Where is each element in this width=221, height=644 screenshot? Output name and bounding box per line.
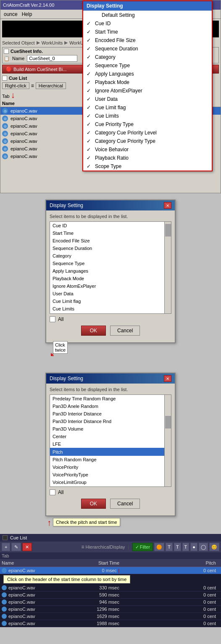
cue-list-checkbox[interactable] [2, 76, 7, 81]
all-label1: All [58, 316, 63, 322]
dropdown-item-0[interactable]: ✓ Cue ID [83, 19, 212, 28]
dialog2-ok-button[interactable]: OK [81, 499, 106, 509]
final-cue-list-checkbox[interactable] [3, 535, 8, 540]
final-cue-row-4[interactable]: epianoC.wav 1296 msec 0 cent [0, 606, 221, 613]
toolbar-icon-6[interactable]: ◯ [199, 543, 208, 551]
dialog2-scrollbar[interactable] [164, 395, 171, 486]
final-cue-row-3[interactable]: epianoC.wav 946 msec 0 cent [0, 599, 221, 606]
toolbar-btn-add[interactable]: + [2, 543, 10, 551]
dialog1-ok-button[interactable]: OK [81, 326, 106, 336]
toolbar-icon-5[interactable]: ● [190, 543, 197, 551]
dialog1-item-5[interactable]: Sequence Type [50, 260, 171, 267]
col-header-starttime[interactable]: Start Time [69, 560, 119, 565]
red-arrow-indicator: ↓ [11, 90, 15, 100]
dropdown-item-8[interactable]: ✓ Ignore AtomExPlayer [83, 87, 212, 95]
dropdown-item-15[interactable]: ✓ Voice Behavior [83, 145, 212, 154]
dropdown-item-2[interactable]: ✓ Encoded File Size [83, 36, 212, 45]
dialog1-item-1[interactable]: Start Time [50, 229, 171, 237]
dropdown-item-6[interactable]: ✓ Apply Languages [83, 70, 212, 78]
final-cue-row-1-time: 330 msec [69, 585, 119, 590]
toolbar-icon-7[interactable]: 😊 [209, 543, 219, 551]
dialog2-item-2[interactable]: Pan3D Interior Distance [50, 410, 171, 418]
tab-label[interactable]: Tab [2, 94, 10, 99]
dialog1-scrollbar-thumb[interactable] [165, 224, 171, 237]
menu-help[interactable]: Help [22, 11, 32, 17]
dialog1-item-10[interactable]: Cue Limit flag [50, 297, 171, 305]
dialog2-item-8[interactable]: Pitch Random Range [50, 456, 171, 463]
cue-name-2: epianoC.wav [11, 124, 37, 129]
dropdown-item-17[interactable]: ✓ Scope Type [83, 162, 212, 171]
dropdown-item-11[interactable]: ✓ Cue Limits [83, 112, 212, 120]
dialog2-item-0[interactable]: Predelay Time Random Range [50, 395, 171, 402]
final-tab-label[interactable]: Tab [2, 553, 9, 558]
dialog1-item-4[interactable]: Category [50, 252, 171, 260]
dropdown-item-10[interactable]: ✓ Cue Limit flag [83, 103, 212, 112]
dialog2-item-3[interactable]: Pan3D Interior Distance Rnd [50, 418, 171, 425]
final-tab-row: Tab [0, 552, 221, 559]
final-cue-row-6[interactable]: epianoC.wav 1988 msec 0 cent [0, 620, 221, 627]
dialog1-item-8[interactable]: Ignore AtomExPlayer [50, 282, 171, 290]
dropdown-item-7[interactable]: ✓ Playback Mode [83, 78, 212, 87]
cue-icon-5: ◎ [2, 146, 8, 152]
dropdown-item-5[interactable]: ✓ Sequence Type [83, 61, 212, 70]
final-cue-row-2[interactable]: epianoC.wav 590 msec 0 cent [0, 591, 221, 599]
toolbar-btn-edit[interactable]: ✎ [11, 543, 21, 551]
dropdown-item-4[interactable]: ✓ Category [83, 53, 212, 61]
all-checkbox2[interactable] [50, 489, 55, 495]
dialog2-item-6[interactable]: LFE [50, 440, 171, 448]
dialog1-scrollbar[interactable] [164, 222, 171, 313]
dialog1-close-button[interactable]: ✕ [164, 202, 171, 209]
dropdown-item-12[interactable]: ✓ Cue Priority Type [83, 120, 212, 129]
dialog2-item-4[interactable]: Pan3D Volume [50, 425, 171, 433]
dialog1-buttons: OK Cancel [50, 324, 171, 339]
dropdown-item-9[interactable]: ✓ User Data [83, 95, 212, 103]
cue-icon-0: ◎ [2, 108, 8, 114]
toolbar-btn-delete[interactable]: ✕ [22, 543, 32, 551]
dialog2-close-button[interactable]: ✕ [164, 375, 171, 382]
tooltip-arrow: ↑ [47, 518, 51, 528]
dialog1-item-11[interactable]: Cue Limits [50, 305, 171, 313]
dropdown-item-14[interactable]: ✓ Category Cue Priority Type [83, 137, 212, 145]
dialog1-item-7[interactable]: Playback Mode [50, 275, 171, 282]
final-cue-row-3-time: 946 msec [69, 599, 119, 605]
toolbar-icon-4[interactable]: T [182, 543, 189, 551]
filter-button[interactable]: ✓ Filter [132, 543, 153, 551]
right-click-btn[interactable]: Right-click [2, 82, 29, 89]
dialog1-item-2[interactable]: Encoded File Size [50, 237, 171, 244]
final-cue-row-5[interactable]: epianoC.wav 1629 msec 0 cent [0, 613, 221, 620]
dropdown-item-13[interactable]: ✓ Category Cue Priority Level [83, 129, 212, 137]
toolbar-icon-3[interactable]: T [174, 543, 181, 551]
name-icon: 📋 [4, 56, 10, 61]
dialog2-item-7[interactable]: Pitch ✓ [50, 448, 171, 456]
final-cue-row-1[interactable]: epianoC.wav 330 msec 0 cent [0, 584, 221, 591]
cue-icon2-3 [2, 599, 7, 605]
hierarchical-btn[interactable]: Hierarchical [36, 82, 66, 89]
dropdown-default[interactable]: Default Setting [83, 11, 212, 19]
dropdown-item-3[interactable]: ✓ Sequence Duration [83, 45, 212, 53]
dialog2-item-5[interactable]: Center [50, 433, 171, 440]
dialog1-cancel-button[interactable]: Cancel [110, 326, 140, 336]
dialog1-item-0[interactable]: Cue ID [50, 222, 171, 229]
menu-ounce[interactable]: ounce [4, 11, 18, 17]
workunits-breadcrumb: WorkUnits [42, 40, 63, 45]
dropdown-item-1[interactable]: ✓ Start Time [83, 28, 212, 36]
toolbar-icon-1[interactable]: 🟠 [154, 543, 164, 551]
cue-icon2-2 [2, 592, 7, 597]
all-checkbox1[interactable] [50, 316, 55, 322]
final-cue-row-6-name: epianoC.wav [2, 621, 69, 626]
dialog1-item-9[interactable]: User Data [50, 290, 171, 297]
dialog2-cancel-button[interactable]: Cancel [110, 499, 140, 509]
dialog2-item-1[interactable]: Pan3D Anele Random [50, 402, 171, 410]
name-input[interactable] [27, 55, 77, 62]
toolbar-icon-2[interactable]: T [166, 543, 173, 551]
dialog2-item-10[interactable]: VoicePriorityType [50, 471, 171, 478]
cuesheet-checkbox[interactable] [4, 49, 9, 54]
dialog2-scrollbar-thumb[interactable] [165, 416, 171, 428]
final-cue-row-0[interactable]: epianoC.wav 0 msec | 0 cent [0, 567, 221, 574]
dialog2-item-9[interactable]: VoicePriority [50, 463, 171, 471]
dropdown-item-16[interactable]: ✓ Playback Ratio [83, 154, 212, 162]
dialog1-item-6[interactable]: Apply Languages [50, 267, 171, 275]
dialog2-list: Predelay Time Random Range Pan3D Anele R… [50, 394, 171, 487]
dialog1-item-3[interactable]: Sequence Duration [50, 244, 171, 252]
dialog2-item-11[interactable]: VoiceLimitGroup [50, 478, 171, 486]
